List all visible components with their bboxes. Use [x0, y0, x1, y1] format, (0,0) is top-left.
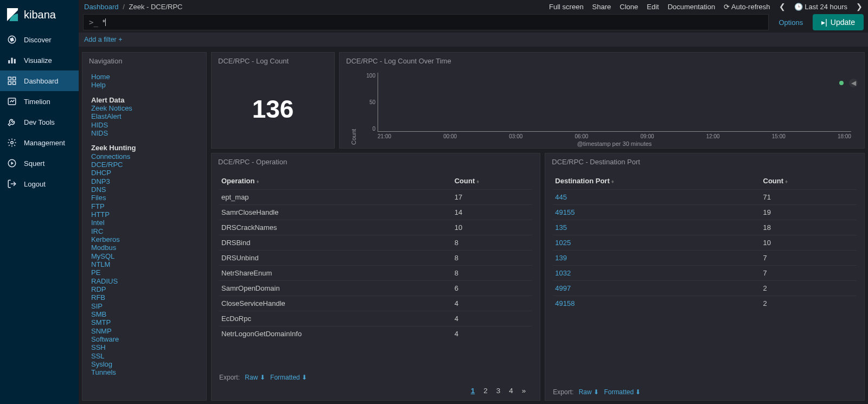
nav-link[interactable]: SSH — [91, 343, 197, 351]
nav-link[interactable]: DNS — [91, 185, 197, 194]
nav-link[interactable]: DNP3 — [91, 177, 197, 185]
nav-link[interactable]: SNMP — [91, 327, 197, 335]
sidebar-item-logout[interactable]: Logout — [0, 174, 79, 194]
fullscreen-link[interactable]: Full screen — [549, 3, 584, 11]
cell-port[interactable]: 1025 — [553, 235, 761, 251]
cell-port[interactable]: 4997 — [553, 281, 761, 296]
table-row[interactable]: SamrOpenDomain6 — [219, 281, 532, 296]
table-row[interactable]: ept_map17 — [219, 190, 532, 205]
table-row[interactable]: DRSUnbind8 — [219, 251, 532, 266]
table-row[interactable]: 4915519 — [553, 205, 857, 220]
table-row[interactable]: NetrShareEnum8 — [219, 266, 532, 281]
page-1[interactable]: 1 — [467, 386, 480, 396]
nav-link[interactable]: FTP — [91, 202, 197, 210]
nav-link[interactable]: Files — [91, 194, 197, 202]
col-destport[interactable]: Destination Port♦ — [553, 172, 761, 190]
table-row[interactable]: 491582 — [553, 296, 857, 311]
nav-link[interactable]: RADIUS — [91, 277, 197, 285]
time-range-link[interactable]: 🕒 Last 24 hours — [794, 3, 847, 11]
time-prev-icon[interactable]: ❮ — [779, 2, 786, 11]
table-row[interactable]: SamrCloseHandle14 — [219, 205, 532, 220]
nav-link[interactable]: Intel — [91, 219, 197, 227]
table-row[interactable]: CloseServiceHandle4 — [219, 296, 532, 311]
cell-port[interactable]: 1032 — [553, 266, 761, 281]
table-row[interactable]: DRSCrackNames10 — [219, 220, 532, 235]
sidebar-item-dashboard[interactable]: Dashboard — [0, 70, 79, 91]
table-row[interactable]: 102510 — [553, 235, 857, 251]
table-row[interactable]: 13518 — [553, 220, 857, 235]
nav-link-help[interactable]: Help — [91, 81, 197, 89]
sidebar-item-discover[interactable]: Discover — [0, 29, 79, 50]
table-row[interactable]: 44571 — [553, 190, 857, 205]
sidebar-item-timelion[interactable]: Timelion — [0, 91, 79, 112]
export-raw-link[interactable]: Raw ⬇ — [245, 374, 265, 381]
sort-icon: ♦ — [785, 178, 788, 184]
nav-link[interactable]: HTTP — [91, 210, 197, 219]
time-next-icon[interactable]: ❯ — [856, 2, 863, 11]
sidebar-item-devtools[interactable]: Dev Tools — [0, 112, 79, 132]
page-3[interactable]: 3 — [492, 386, 505, 396]
nav-link[interactable]: DCE/RPC — [91, 161, 197, 169]
nav-link[interactable]: NIDS — [91, 129, 197, 137]
nav-link[interactable]: Software — [91, 335, 197, 343]
cell-port[interactable]: 49155 — [553, 205, 761, 220]
table-row[interactable]: 49972 — [553, 281, 857, 296]
auto-refresh-link[interactable]: ⟳ Auto-refresh — [724, 3, 770, 11]
nav-link[interactable]: IRC — [91, 227, 197, 235]
nav-link[interactable]: Zeek Notices — [91, 104, 197, 112]
chart-plot-area[interactable]: 100500 21:0000:0003:0006:0009:0012:0015:… — [360, 73, 851, 145]
cell-port[interactable]: 139 — [553, 251, 761, 266]
table-row[interactable]: 10327 — [553, 266, 857, 281]
nav-link[interactable]: Syslog — [91, 360, 197, 368]
sidebar-item-squert[interactable]: Squert — [0, 153, 79, 174]
nav-link[interactable]: Modbus — [91, 243, 197, 252]
edit-link[interactable]: Edit — [647, 3, 659, 11]
nav-link[interactable]: ElastAlert — [91, 112, 197, 120]
table-row[interactable]: NetrLogonGetDomainInfo4 — [219, 326, 532, 342]
nav-link[interactable]: RDP — [91, 285, 197, 293]
nav-link[interactable]: Tunnels — [91, 368, 197, 376]
add-filter-link[interactable]: Add a filter + — [84, 36, 123, 43]
page-4[interactable]: 4 — [505, 386, 518, 396]
page-»[interactable]: » — [518, 386, 531, 396]
nav-link[interactable]: RFB — [91, 293, 197, 302]
table-row[interactable]: EcDoRpc4 — [219, 311, 532, 326]
nav-link[interactable]: SMTP — [91, 318, 197, 326]
export-formatted-link[interactable]: Formatted ⬇ — [604, 388, 641, 396]
col-count[interactable]: Count♦ — [452, 172, 533, 190]
nav-link[interactable]: SMB — [91, 310, 197, 318]
table-row[interactable]: 1397 — [553, 251, 857, 266]
sidebar-item-management[interactable]: Management — [0, 132, 79, 153]
options-link[interactable]: Options — [773, 14, 808, 30]
nav-link[interactable]: MySQL — [91, 252, 197, 260]
nav-link[interactable]: PE — [91, 268, 197, 277]
download-icon: ⬇ — [635, 388, 641, 396]
cell-port[interactable]: 445 — [553, 190, 761, 205]
documentation-link[interactable]: Documentation — [668, 3, 715, 11]
cell-count: 8 — [452, 251, 533, 266]
nav-link[interactable]: DHCP — [91, 169, 197, 177]
query-input[interactable]: >_ * — [83, 14, 769, 30]
col-operation[interactable]: Operation♦ — [219, 172, 452, 190]
nav-link[interactable]: SSL — [91, 352, 197, 360]
export-raw-link[interactable]: Raw ⬇ — [579, 388, 599, 396]
nav-link-home[interactable]: Home — [91, 73, 197, 81]
plus-icon: + — [118, 36, 122, 43]
breadcrumb-root[interactable]: Dashboard — [84, 3, 119, 11]
sidebar-item-visualize[interactable]: Visualize — [0, 50, 79, 70]
nav-link[interactable]: NTLM — [91, 260, 197, 268]
nav-link[interactable]: Connections — [91, 152, 197, 161]
nav-link[interactable]: SIP — [91, 302, 197, 310]
nav-link[interactable]: Kerberos — [91, 235, 197, 243]
update-button[interactable]: ▸| Update — [813, 14, 864, 30]
page-2[interactable]: 2 — [479, 386, 492, 396]
share-link[interactable]: Share — [592, 3, 611, 11]
col-count[interactable]: Count♦ — [761, 172, 857, 190]
brand-logo[interactable]: kibana — [0, 0, 79, 29]
cell-port[interactable]: 49158 — [553, 296, 761, 311]
export-formatted-link[interactable]: Formatted ⬇ — [270, 374, 307, 381]
cell-port[interactable]: 135 — [553, 220, 761, 235]
clone-link[interactable]: Clone — [620, 3, 638, 11]
table-row[interactable]: DRSBind8 — [219, 235, 532, 251]
nav-link[interactable]: HIDS — [91, 121, 197, 129]
